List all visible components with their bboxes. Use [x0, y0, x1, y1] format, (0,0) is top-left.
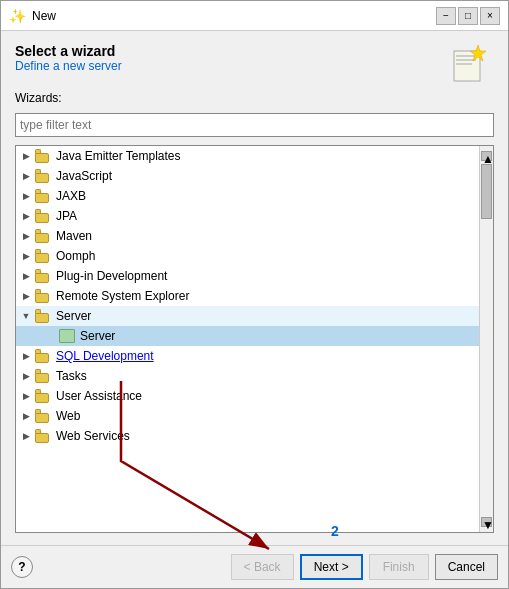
- help-button[interactable]: ?: [11, 556, 33, 578]
- folder-icon-web-services: [35, 429, 51, 443]
- tree-item-jaxb[interactable]: ▶ JAXB: [16, 186, 493, 206]
- window: ✨ New − □ × Select a wizard Define a new…: [0, 0, 509, 589]
- tree-label-oomph: Oomph: [54, 249, 95, 263]
- maximize-button[interactable]: □: [458, 7, 478, 25]
- wizard-header-icon: [446, 43, 494, 83]
- tree-label-sql-dev: SQL Development: [54, 349, 154, 363]
- tree-item-oomph[interactable]: ▶ Oomph: [16, 246, 493, 266]
- tree-item-java-emitter[interactable]: ▶ Java Emitter Templates: [16, 146, 493, 166]
- close-button[interactable]: ×: [480, 7, 500, 25]
- tree-item-jpa[interactable]: ▶ JPA: [16, 206, 493, 226]
- expand-arrow-javascript: ▶: [20, 170, 32, 182]
- svg-rect-1: [456, 55, 476, 57]
- minimize-button[interactable]: −: [436, 7, 456, 25]
- tree-label-maven: Maven: [54, 229, 92, 243]
- server-page-icon: [59, 329, 75, 343]
- subtitle-link[interactable]: Define a new server: [15, 59, 122, 73]
- tree-item-web-services[interactable]: ▶ Web Services: [16, 426, 493, 446]
- folder-icon-tasks: [35, 369, 51, 383]
- header-section: Select a wizard Define a new server: [15, 43, 494, 83]
- tree-label-user-assistance: User Assistance: [54, 389, 142, 403]
- next-button[interactable]: Next >: [300, 554, 363, 580]
- expand-arrow-web-services: ▶: [20, 430, 32, 442]
- tree-item-server-child[interactable]: Server: [16, 326, 493, 346]
- tree-label-plugin-dev: Plug-in Development: [54, 269, 167, 283]
- finish-button[interactable]: Finish: [369, 554, 429, 580]
- scrollbar[interactable]: ▲ ▼: [479, 146, 493, 532]
- expand-arrow-jaxb: ▶: [20, 190, 32, 202]
- folder-icon-java-emitter: [35, 149, 51, 163]
- folder-icon-jpa: [35, 209, 51, 223]
- title-bar: ✨ New − □ ×: [1, 1, 508, 31]
- expand-arrow-maven: ▶: [20, 230, 32, 242]
- tree-label-jaxb: JAXB: [54, 189, 86, 203]
- tree-item-sql-dev[interactable]: ▶ SQL Development: [16, 346, 493, 366]
- tree-item-javascript[interactable]: ▶ JavaScript: [16, 166, 493, 186]
- scroll-up-arrow[interactable]: ▲: [481, 151, 492, 161]
- tree-label-jpa: JPA: [54, 209, 77, 223]
- expand-arrow-user-assistance: ▶: [20, 390, 32, 402]
- tree-label-tasks: Tasks: [54, 369, 87, 383]
- expand-arrow-plugin-dev: ▶: [20, 270, 32, 282]
- folder-icon-server: [35, 309, 51, 323]
- wizards-label: Wizards:: [15, 91, 494, 105]
- expand-arrow-server-child: [44, 330, 56, 342]
- cancel-button[interactable]: Cancel: [435, 554, 498, 580]
- folder-icon-oomph: [35, 249, 51, 263]
- tree-label-java-emitter: Java Emitter Templates: [54, 149, 181, 163]
- tree-label-web-services: Web Services: [54, 429, 130, 443]
- header-text: Select a wizard Define a new server: [15, 43, 122, 73]
- page-title: Select a wizard: [15, 43, 122, 59]
- tree-label-server-child: Server: [78, 329, 115, 343]
- tree-item-remote-system[interactable]: ▶ Remote System Explorer: [16, 286, 493, 306]
- title-bar-controls: − □ ×: [436, 7, 500, 25]
- svg-rect-3: [456, 63, 472, 65]
- back-button[interactable]: < Back: [231, 554, 294, 580]
- tree-container[interactable]: ▶ Java Emitter Templates ▶ JavaScript ▶: [15, 145, 494, 533]
- scrollbar-thumb[interactable]: [481, 164, 492, 219]
- window-icon: ✨: [9, 8, 26, 24]
- tree-item-server[interactable]: ▼ Server: [16, 306, 493, 326]
- folder-icon-jaxb: [35, 189, 51, 203]
- expand-arrow-sql-dev: ▶: [20, 350, 32, 362]
- expand-arrow-java-emitter: ▶: [20, 150, 32, 162]
- folder-icon-javascript: [35, 169, 51, 183]
- tree-item-user-assistance[interactable]: ▶ User Assistance: [16, 386, 493, 406]
- expand-arrow-jpa: ▶: [20, 210, 32, 222]
- expand-arrow-tasks: ▶: [20, 370, 32, 382]
- tree-label-web: Web: [54, 409, 80, 423]
- expand-arrow-oomph: ▶: [20, 250, 32, 262]
- folder-icon-plugin-dev: [35, 269, 51, 283]
- folder-icon-sql-dev: [35, 349, 51, 363]
- folder-icon-maven: [35, 229, 51, 243]
- expand-arrow-server: ▼: [20, 310, 32, 322]
- footer: ? < Back Next > Finish Cancel: [1, 545, 508, 588]
- window-title: New: [32, 9, 430, 23]
- tree-item-web[interactable]: ▶ Web: [16, 406, 493, 426]
- folder-icon-web: [35, 409, 51, 423]
- tree-label-javascript: JavaScript: [54, 169, 112, 183]
- main-content: Select a wizard Define a new server Wiza…: [1, 31, 508, 545]
- folder-icon-remote-system: [35, 289, 51, 303]
- expand-arrow-remote-system: ▶: [20, 290, 32, 302]
- tree-item-tasks[interactable]: ▶ Tasks: [16, 366, 493, 386]
- tree-item-maven[interactable]: ▶ Maven: [16, 226, 493, 246]
- expand-arrow-web: ▶: [20, 410, 32, 422]
- folder-icon-user-assistance: [35, 389, 51, 403]
- scroll-down-arrow[interactable]: ▼: [481, 517, 492, 527]
- tree-label-remote-system: Remote System Explorer: [54, 289, 189, 303]
- tree-label-server: Server: [54, 309, 91, 323]
- search-input[interactable]: [15, 113, 494, 137]
- tree-item-plugin-dev[interactable]: ▶ Plug-in Development: [16, 266, 493, 286]
